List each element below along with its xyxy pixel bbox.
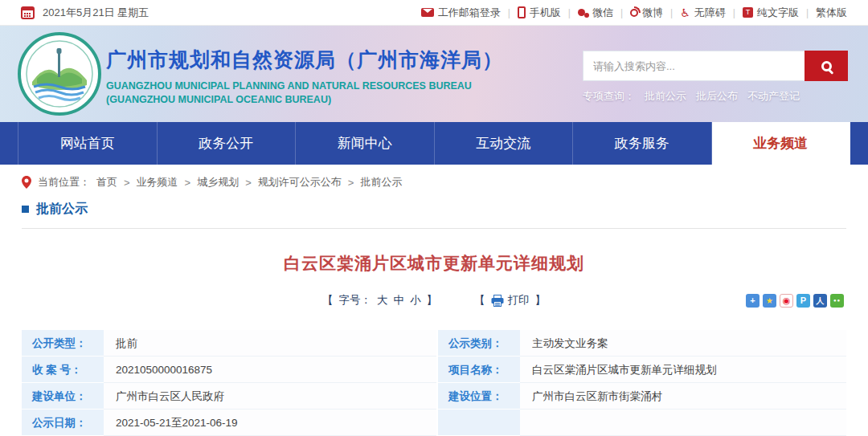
label-public-type: 公开类型： — [22, 330, 104, 357]
current-date: 2021年5月21日 星期五 — [43, 6, 149, 20]
print-button[interactable]: 打印 — [491, 293, 530, 308]
qzone-icon[interactable]: ★ — [763, 294, 776, 308]
site-title-chinese: 广州市规划和自然资源局（广州市海洋局） — [106, 47, 503, 73]
nav-item-business-channel[interactable]: 业务频道 — [712, 122, 851, 165]
top-utility-bar: 2021年5月21日 星期五 工作邮箱登录 | 手机版 | 微信 | 微博 | … — [0, 0, 868, 26]
quick-link-pre-approval[interactable]: 批前公示 — [645, 89, 686, 104]
breadcrumb-separator: > — [124, 177, 130, 189]
value-project-name: 白云区棠涌片区城市更新单元详细规划 — [520, 357, 846, 383]
date-display: 2021年5月21日 星期五 — [21, 6, 149, 20]
main-navigation: 网站首页 政务公开 新闻中心 互动交流 政务服务 业务频道 — [0, 122, 868, 165]
wechat-label: 微信 — [592, 6, 613, 20]
value-publicity-date: 2021-05-21至2021-06-19 — [104, 410, 436, 436]
value-empty — [520, 410, 846, 436]
wechat-icon — [578, 9, 585, 16]
search-button[interactable] — [805, 51, 848, 81]
share-bar: + ★ ◉ P 人 ●● — [746, 294, 844, 308]
wechat-share-icon[interactable]: ●● — [830, 294, 844, 308]
weibo-label: 微博 — [642, 6, 663, 20]
font-size-control: 【 字号： 大 中 小 】 — [322, 293, 437, 308]
breadcrumb-separator: > — [245, 177, 252, 189]
label-publicity-date: 公示日期： — [22, 410, 104, 436]
section-bullet-icon — [22, 206, 29, 213]
breadcrumb-business-channel[interactable]: 业务频道 — [137, 175, 178, 189]
bureau-logo — [18, 32, 101, 116]
traditional-chinese-link[interactable]: 繁体版 — [816, 6, 847, 20]
separator: | — [508, 7, 510, 18]
site-title-english: GUANGZHOU MUNICIPAL PLANNING AND NATURAL… — [106, 79, 503, 107]
mobile-version-label: 手机版 — [530, 6, 561, 20]
value-construction-location: 广州市白云区新市街棠涌村 — [520, 383, 846, 410]
text-version-icon — [743, 7, 753, 18]
work-mail-login-link[interactable]: 工作邮箱登录 — [421, 6, 501, 20]
mail-icon — [421, 8, 434, 17]
wechat-link[interactable]: 微信 — [578, 6, 613, 20]
tencent-weibo-icon[interactable]: P — [796, 294, 810, 308]
breadcrumb-home[interactable]: 首页 — [96, 175, 117, 189]
label-construction-location: 建设位置： — [438, 383, 520, 410]
breadcrumb-pre-approval[interactable]: 批前公示 — [360, 175, 402, 189]
table-row: 公开类型： 批前 公示类别： 主动发文业务案 — [22, 330, 846, 357]
separator: | — [670, 7, 673, 18]
font-size-large-button[interactable]: 大 — [377, 293, 388, 308]
value-construction-unit: 广州市白云区人民政府 — [104, 383, 436, 410]
label-case-number: 收 案 号： — [22, 357, 104, 383]
breadcrumb-urban-planning[interactable]: 城乡规划 — [197, 175, 239, 189]
nav-item-gov-services[interactable]: 政务服务 — [573, 122, 712, 165]
weibo-link[interactable]: 微博 — [630, 6, 663, 20]
mobile-version-link[interactable]: 手机版 — [518, 6, 561, 20]
search-input[interactable] — [583, 51, 805, 81]
font-size-medium-button[interactable]: 中 — [394, 293, 405, 308]
site-title-english-line1: GUANGZHOU MUNICIPAL PLANNING AND NATURAL… — [106, 79, 503, 93]
section-title: 批前公示 — [36, 201, 88, 218]
text-only-version-label: 纯文字版 — [757, 6, 799, 20]
print-control: 【 打印 】 — [474, 293, 546, 308]
bracket: 【 — [474, 293, 485, 308]
bureau-logo-emblem — [18, 32, 101, 116]
table-row: 收 案 号： 2021050000016875 项目名称： 白云区棠涌片区城市更… — [22, 357, 846, 383]
font-size-small-button[interactable]: 小 — [410, 293, 421, 308]
breadcrumb-separator: > — [348, 177, 354, 189]
article-title: 白云区棠涌片区城市更新单元详细规划 — [0, 252, 868, 275]
table-row: 公示日期： 2021-05-21至2021-06-19 — [22, 410, 846, 436]
nav-item-gov-disclosure[interactable]: 政务公开 — [158, 122, 297, 165]
traditional-chinese-label: 繁体版 — [816, 6, 847, 20]
breadcrumb-permit-publicity[interactable]: 规划许可公示公布 — [258, 175, 342, 189]
text-only-version-link[interactable]: 纯文字版 — [743, 6, 799, 20]
separator: | — [620, 7, 623, 18]
accessibility-label: 无障碍 — [694, 6, 726, 20]
print-label: 打印 — [508, 293, 530, 308]
nav-item-news-center[interactable]: 新闻中心 — [296, 122, 435, 165]
work-mail-login-label: 工作邮箱登录 — [438, 6, 501, 20]
separator: | — [733, 7, 735, 18]
location-pin-icon — [22, 176, 31, 189]
label-publicity-category: 公示类别： — [438, 330, 520, 357]
site-title-english-line2: (GUANGZHOU MUNICIPAL OCEANIC BUREAU) — [106, 93, 503, 107]
sina-weibo-icon[interactable]: ◉ — [780, 294, 793, 308]
nav-item-home[interactable]: 网站首页 — [18, 122, 158, 165]
breadcrumb-prefix: 当前位置： — [38, 175, 90, 189]
weibo-icon — [630, 9, 638, 17]
calendar-icon — [21, 6, 35, 19]
accessibility-link[interactable]: ♿ 无障碍 — [680, 6, 726, 20]
renren-icon[interactable]: 人 — [813, 294, 827, 308]
search-icon — [821, 61, 832, 71]
printer-icon — [491, 295, 504, 307]
phone-icon — [518, 6, 526, 18]
quick-link-post-approval[interactable]: 批后公布 — [696, 89, 738, 104]
quick-query-label: 专项查询： — [583, 89, 635, 104]
table-row: 建设单位： 广州市白云区人民政府 建设位置： 广州市白云区新市街棠涌村 — [22, 383, 846, 410]
wheelchair-icon: ♿ — [680, 7, 690, 18]
project-info-table: 公开类型： 批前 公示类别： 主动发文业务案 收 案 号： 2021050000… — [22, 330, 846, 436]
bracket: 【 — [322, 293, 334, 308]
label-empty — [438, 410, 520, 436]
nav-item-interaction[interactable]: 互动交流 — [435, 122, 574, 165]
article-toolbar: 【 字号： 大 中 小 】 【 打印 】 + ★ ◉ — [22, 293, 846, 311]
share-more-icon[interactable]: + — [746, 294, 760, 308]
separator: | — [568, 7, 571, 18]
bracket: 】 — [535, 293, 547, 308]
section-header: 批前公示 — [22, 201, 846, 229]
breadcrumb: 当前位置： 首页 > 业务频道 > 城乡规划 > 规划许可公示公布 > 批前公示 — [22, 165, 846, 198]
bracket: 】 — [427, 293, 438, 308]
quick-link-real-estate[interactable]: 不动产登记 — [747, 89, 800, 104]
